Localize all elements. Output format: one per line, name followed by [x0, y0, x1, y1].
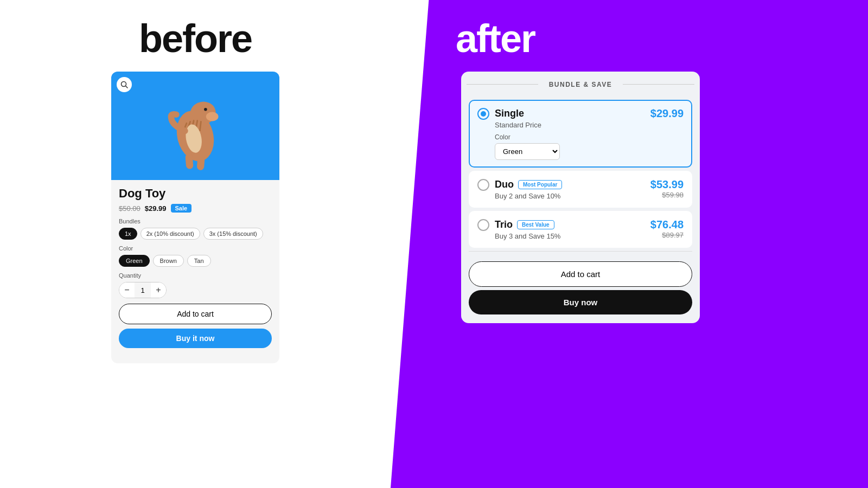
color-btn-green[interactable]: Green — [119, 255, 150, 267]
product-image-area — [111, 72, 279, 180]
radio-trio[interactable] — [477, 219, 489, 231]
bundle-duo-prices: $53.99 — [650, 178, 684, 191]
price-row: $50.00 $29.99 Sale — [119, 204, 272, 213]
bundle-duo-name: Duo — [495, 179, 514, 190]
bundle-option-single-top: Single $29.99 — [477, 107, 684, 120]
bundle-single-name: Single — [495, 108, 524, 119]
qty-decrease[interactable]: − — [119, 282, 135, 298]
bundle-option-single-left: Single — [477, 108, 524, 120]
bundle-option-duo-top: Duo Most Popular $53.99 — [477, 178, 684, 191]
after-title: after — [456, 16, 535, 61]
bundle-trio-bottom: Buy 3 and Save 15% $89.97 — [477, 231, 684, 240]
bundle-duo-price: $53.99 — [650, 178, 684, 191]
bundle-option-trio-left: Trio Best Value — [477, 219, 554, 231]
before-panel: before — [0, 0, 391, 488]
bundle-trio-desc: Buy 3 and Save 15% — [495, 232, 560, 240]
svg-point-5 — [204, 108, 207, 111]
bundle-trio-name: Trio — [495, 219, 513, 230]
color-label: Color — [119, 245, 272, 252]
original-price: $50.00 — [119, 204, 141, 213]
bundle-card-header: BUNDLE & SAVE — [461, 72, 700, 97]
bundle-single-price: $29.99 — [650, 107, 684, 120]
bundle-btn-1x[interactable]: 1x — [119, 228, 137, 240]
bundle-btn-2x[interactable]: 2x (10% discount) — [141, 228, 200, 240]
after-panel: after BUNDLE & SAVE Single $29.99 — [391, 0, 868, 488]
bundle-duo-bottom: Buy 2 and Save 10% $59.98 — [477, 191, 684, 200]
svg-point-4 — [206, 112, 219, 121]
qty-control: − 1 + — [119, 282, 167, 298]
radio-single-inner — [481, 111, 486, 117]
color-btn-tan[interactable]: Tan — [187, 255, 211, 267]
color-label-single: Color — [495, 133, 684, 141]
zoom-icon[interactable] — [117, 77, 132, 92]
bundle-option-duo-left: Duo Most Popular — [477, 179, 562, 191]
bundles-label: Bundles — [119, 218, 272, 224]
qty-row: − 1 + — [119, 282, 272, 298]
bundle-trio-orig-price: $89.97 — [662, 231, 684, 239]
bundle-trio-price: $76.48 — [650, 219, 684, 231]
bundle-trio-name-row: Trio Best Value — [495, 219, 554, 230]
radio-single[interactable] — [477, 108, 489, 120]
bundle-duo-desc: Buy 2 and Save 10% — [495, 192, 560, 200]
product-info: Dog Toy $50.00 $29.99 Sale Bundles 1x 2x… — [111, 180, 279, 355]
bundle-duo-name-row: Duo Most Popular — [495, 179, 562, 190]
bundle-option-trio[interactable]: Trio Best Value $76.48 Buy 3 and Save 15… — [469, 211, 692, 248]
bundle-option-duo[interactable]: Duo Most Popular $53.99 Buy 2 and Save 1… — [469, 171, 692, 208]
bundles-row: 1x 2x (10% discount) 3x (15% discount) — [119, 228, 272, 240]
bundle-duo-orig-price: $59.98 — [662, 191, 684, 199]
before-title: before — [139, 16, 252, 61]
bundle-add-to-cart-button[interactable]: Add to cart — [469, 261, 692, 287]
color-btn-brown[interactable]: Brown — [153, 255, 184, 267]
product-card: Dog Toy $50.00 $29.99 Sale Bundles 1x 2x… — [111, 72, 279, 363]
most-popular-badge: Most Popular — [518, 180, 562, 189]
bundle-save-title: BUNDLE & SAVE — [549, 81, 612, 88]
bundle-duo-info: Duo Most Popular — [495, 179, 562, 190]
product-name: Dog Toy — [119, 187, 272, 201]
radio-duo[interactable] — [477, 179, 489, 191]
product-image — [155, 80, 236, 172]
color-row: Green Brown Tan — [119, 255, 272, 267]
bundle-trio-prices: $76.48 — [650, 219, 684, 231]
qty-value: 1 — [135, 286, 151, 294]
bundle-buy-now-button[interactable]: Buy now — [469, 290, 692, 314]
bundle-single-name-row: Single — [495, 108, 524, 119]
add-to-cart-button[interactable]: Add to cart — [119, 304, 272, 324]
sale-badge: Sale — [171, 204, 192, 213]
svg-line-10 — [200, 121, 201, 130]
bundle-option-single[interactable]: Single $29.99 Standard Price Color Green… — [469, 100, 692, 168]
bundle-save-card: BUNDLE & SAVE Single $29.99 Standard Pri… — [461, 72, 700, 323]
buy-now-button[interactable]: Buy it now — [119, 329, 272, 348]
divider — [469, 251, 692, 252]
color-select-single[interactable]: Green Brown Tan — [495, 143, 560, 160]
bundle-btn-3x[interactable]: 3x (15% discount) — [203, 228, 263, 240]
quantity-label: Quantity — [119, 272, 272, 279]
bundle-single-info: Single — [495, 108, 524, 119]
best-value-badge: Best Value — [517, 220, 554, 229]
bundle-single-desc: Standard Price — [495, 121, 684, 129]
qty-increase[interactable]: + — [151, 282, 166, 298]
bundle-trio-info: Trio Best Value — [495, 219, 554, 230]
sale-price: $29.99 — [145, 204, 167, 213]
bundle-option-trio-top: Trio Best Value $76.48 — [477, 219, 684, 231]
svg-line-1 — [126, 86, 128, 88]
